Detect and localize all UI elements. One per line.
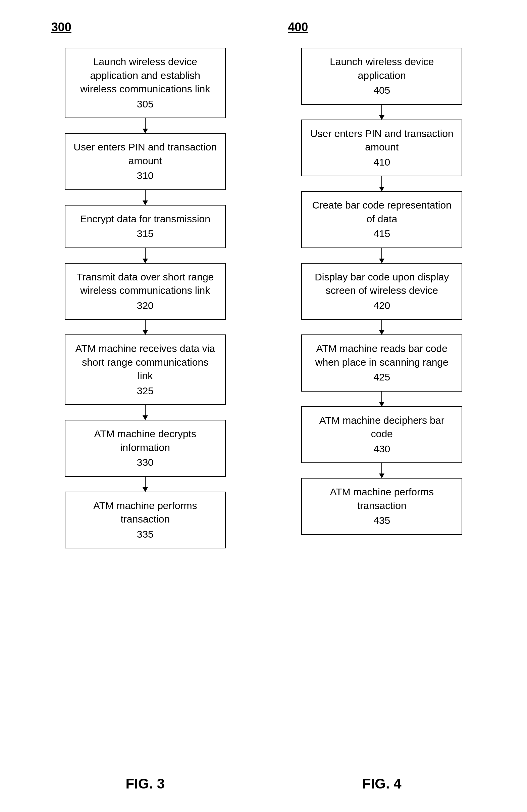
fig3-step-330-text: ATM machine decrypts information — [94, 428, 196, 453]
fig4-label: 400 — [288, 20, 308, 34]
fig4-arrow-4 — [381, 320, 382, 334]
fig3-step-305: Launch wireless device application and e… — [65, 48, 226, 118]
fig4-step-410-num: 410 — [310, 156, 453, 169]
fig3-arrow-3 — [145, 248, 146, 263]
fig3-flow: Launch wireless device application and e… — [41, 48, 249, 548]
fig4-step-405: Launch wireless device application 405 — [301, 48, 462, 105]
diagrams-row: 300 Launch wireless device application a… — [27, 20, 500, 749]
fig4-step-435-text: ATM machine performs transaction — [330, 486, 434, 511]
fig-labels-row: FIG. 3 FIG. 4 — [27, 776, 500, 792]
fig4-step-420: Display bar code upon display screen of … — [301, 263, 462, 320]
fig4-step-430-text: ATM machine deciphers bar code — [319, 415, 445, 439]
fig4-step-435: ATM machine performs transaction 435 — [301, 478, 462, 535]
fig4-step-405-text: Launch wireless device application — [330, 56, 434, 81]
fig4-step-420-text: Display bar code upon display screen of … — [315, 271, 449, 296]
fig4-step-420-num: 420 — [310, 299, 453, 313]
fig4-step-425-text: ATM machine reads bar code when place in… — [315, 343, 449, 368]
fig4-step-425-num: 425 — [310, 371, 453, 384]
diagram-fig4: 400 Launch wireless device application 4… — [278, 20, 486, 535]
fig3-caption: FIG. 3 — [41, 776, 249, 792]
fig4-arrow-6 — [381, 463, 382, 478]
fig3-arrow-1 — [145, 118, 146, 133]
fig3-step-305-text: Launch wireless device application and e… — [80, 56, 210, 95]
fig3-step-325-num: 325 — [74, 384, 217, 398]
fig3-step-320: Transmit data over short range wireless … — [65, 263, 226, 320]
fig3-step-335-num: 335 — [74, 527, 217, 541]
fig4-step-410: User enters PIN and transaction amount 4… — [301, 119, 462, 177]
fig3-arrow-6 — [145, 477, 146, 492]
fig3-step-315: Encrypt data for transmission 315 — [65, 205, 226, 248]
fig4-step-425: ATM machine reads bar code when place in… — [301, 334, 462, 392]
fig3-step-320-num: 320 — [74, 299, 217, 313]
fig3-label: 300 — [51, 20, 72, 34]
fig3-arrow-4 — [145, 320, 146, 334]
fig3-step-325: ATM machine receives data via short rang… — [65, 334, 226, 405]
fig3-step-320-text: Transmit data over short range wireless … — [76, 271, 214, 296]
fig3-step-330-num: 330 — [74, 456, 217, 469]
fig4-step-415-num: 415 — [310, 227, 453, 241]
fig4-caption: FIG. 4 — [278, 776, 486, 792]
fig4-step-415-text: Create bar code representation of data — [312, 200, 452, 224]
fig4-step-415: Create bar code representation of data 4… — [301, 191, 462, 248]
fig3-step-310: User enters PIN and transaction amount 3… — [65, 133, 226, 190]
fig3-step-330: ATM machine decrypts information 330 — [65, 420, 226, 477]
fig3-step-325-text: ATM machine receives data via short rang… — [75, 343, 215, 381]
fig3-arrow-2 — [145, 190, 146, 205]
fig3-step-315-text: Encrypt data for transmission — [80, 213, 211, 224]
fig4-step-410-text: User enters PIN and transaction amount — [310, 128, 453, 153]
fig3-step-315-num: 315 — [74, 227, 217, 241]
fig3-step-335-text: ATM machine performs transaction — [93, 500, 197, 525]
fig4-arrow-5 — [381, 392, 382, 406]
fig4-arrow-3 — [381, 248, 382, 263]
fig4-step-430-num: 430 — [310, 442, 453, 456]
fig4-step-405-num: 405 — [310, 84, 453, 97]
diagram-fig3: 300 Launch wireless device application a… — [41, 20, 249, 548]
fig4-arrow-2 — [381, 176, 382, 191]
fig3-step-310-num: 310 — [74, 169, 217, 183]
fig4-flow: Launch wireless device application 405 U… — [278, 48, 486, 535]
fig3-step-335: ATM machine performs transaction 335 — [65, 492, 226, 549]
fig3-step-305-num: 305 — [74, 97, 217, 111]
page: 300 Launch wireless device application a… — [0, 0, 527, 812]
fig3-arrow-5 — [145, 405, 146, 420]
fig4-step-435-num: 435 — [310, 514, 453, 527]
fig4-step-430: ATM machine deciphers bar code 430 — [301, 406, 462, 463]
fig3-step-310-text: User enters PIN and transaction amount — [74, 141, 217, 166]
fig4-arrow-1 — [381, 105, 382, 119]
